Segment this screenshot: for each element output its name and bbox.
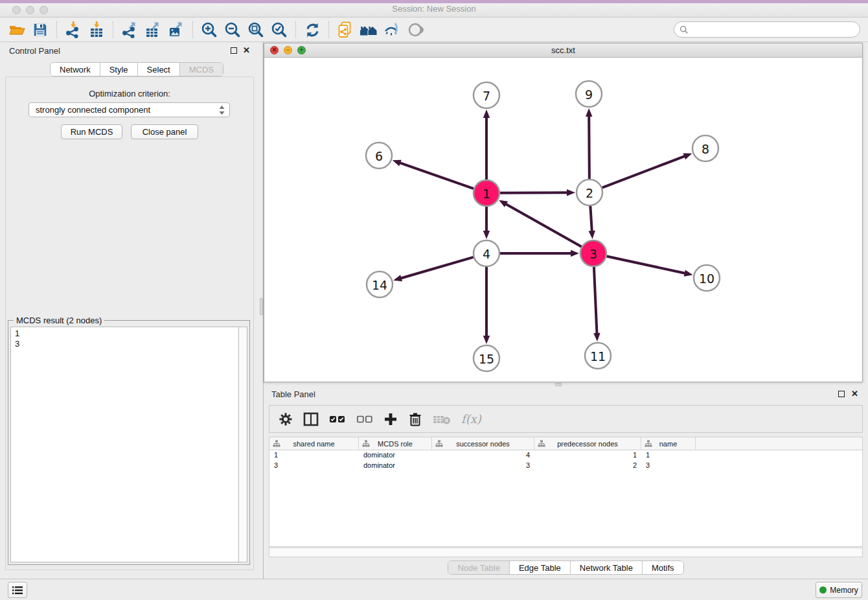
show-all-button[interactable]	[404, 20, 427, 40]
tab-network-table[interactable]: Network Table	[571, 561, 643, 574]
splitter-grip[interactable]	[555, 383, 562, 386]
table-panel-close-button[interactable]: ✕	[851, 389, 858, 398]
horizontal-splitter[interactable]	[264, 382, 868, 387]
table-panel-float-button[interactable]	[838, 391, 845, 397]
new-network-from-selection-button[interactable]	[334, 20, 357, 40]
control-panel: Control Panel ✕ NetworkStyleSelectMCDS O…	[0, 42, 259, 579]
edge-3-1[interactable]	[505, 203, 582, 246]
table-toolbar: f(x)	[269, 405, 863, 433]
column-header-successor-nodes[interactable]: successor nodes	[432, 437, 534, 450]
vertical-splitter[interactable]	[259, 42, 264, 579]
edge-4-14[interactable]	[400, 257, 474, 279]
create-column-button[interactable]	[383, 412, 398, 426]
run-mcds-button[interactable]: Run MCDS	[61, 124, 122, 139]
control-panel-close-button[interactable]: ✕	[243, 45, 250, 55]
select-all-columns-button[interactable]	[329, 414, 346, 424]
arrowhead-icon	[483, 110, 490, 118]
column-header-predecessor-nodes[interactable]: predecessor nodes	[534, 437, 641, 450]
import-network-button[interactable]	[62, 20, 85, 40]
edge-2-9[interactable]	[589, 115, 589, 179]
table-options-button[interactable]	[279, 412, 293, 426]
table-header-row: shared nameMCDS rolesuccessor nodesprede…	[269, 437, 862, 450]
zoom-selected-button[interactable]	[268, 20, 291, 40]
tab-edge-table[interactable]: Edge Table	[510, 561, 571, 574]
column-panel-icon	[303, 411, 319, 427]
tab-node-table[interactable]: Node Table	[448, 561, 510, 574]
panel-menu-button[interactable]	[8, 582, 27, 598]
column-header-shared-name[interactable]: shared name	[269, 437, 359, 450]
network-canvas[interactable]: 7968124314101511	[264, 58, 862, 382]
search-input[interactable]	[692, 25, 860, 34]
tab-mcds[interactable]: MCDS	[180, 63, 223, 76]
search-field[interactable]	[674, 21, 860, 38]
criterion-dropdown[interactable]: strongly connected component	[29, 102, 230, 117]
arrowhead-icon	[483, 336, 490, 344]
splitter-grip[interactable]	[260, 298, 263, 315]
arrowhead-icon	[571, 250, 579, 257]
tab-motifs[interactable]: Motifs	[643, 561, 683, 574]
zoom-out-icon	[224, 21, 241, 38]
graph-node-label: 15	[479, 352, 494, 366]
network-window-title: scc.txt	[264, 45, 862, 55]
import-table-icon	[88, 21, 105, 38]
destroy-table-button[interactable]	[433, 413, 451, 425]
mcds-result-scrollbar[interactable]	[238, 327, 247, 562]
zoom-out-button[interactable]	[221, 20, 244, 40]
toolbar-separator	[192, 21, 193, 38]
open-file-button[interactable]	[5, 20, 29, 40]
edge-1-6[interactable]	[399, 163, 474, 189]
mcds-result-legend: MCDS result (2 nodes)	[14, 316, 104, 325]
close-panel-button[interactable]: Close panel	[131, 124, 198, 139]
function-builder-button[interactable]: f(x)	[461, 412, 481, 426]
save-session-button[interactable]	[29, 20, 52, 40]
table-cell[interactable]: 4	[432, 450, 534, 461]
tab-select[interactable]: Select	[138, 63, 180, 76]
table-row[interactable]: 1dominator411	[269, 450, 862, 461]
first-neighbors-button[interactable]	[357, 20, 380, 40]
table-cell[interactable]: 3	[269, 461, 359, 471]
delete-columns-button[interactable]	[408, 412, 422, 426]
table-cell[interactable]: dominator	[359, 450, 432, 461]
memory-status-icon	[819, 586, 827, 594]
memory-button[interactable]: Memory	[816, 582, 862, 598]
apply-layout-button[interactable]	[301, 20, 324, 40]
table-tabs: Node TableEdge TableNetwork TableMotifs	[448, 560, 683, 575]
edge-1-2[interactable]	[500, 192, 568, 193]
table-cell[interactable]: 1	[269, 450, 359, 461]
zoom-in-button[interactable]	[198, 20, 221, 40]
edge-3-10[interactable]	[607, 256, 686, 273]
tab-network[interactable]: Network	[51, 63, 100, 76]
table-row[interactable]: 3dominator323	[269, 461, 862, 471]
table-cell[interactable]: dominator	[359, 461, 432, 471]
graph-node-label: 11	[590, 349, 606, 363]
column-header-MCDS-role[interactable]: MCDS role	[359, 437, 432, 450]
zoom-fit-button[interactable]	[244, 20, 268, 40]
table-cell[interactable]: 2	[534, 461, 641, 471]
edge-2-3[interactable]	[590, 206, 592, 232]
table-scrollbar[interactable]	[269, 548, 863, 557]
mcds-result-text[interactable]: 13	[10, 327, 238, 562]
show-column-panel-button[interactable]	[303, 411, 319, 427]
export-table-button[interactable]	[141, 20, 165, 40]
hide-selected-button[interactable]	[380, 20, 404, 40]
deselect-all-columns-button[interactable]	[356, 414, 373, 424]
export-network-button[interactable]	[118, 20, 141, 40]
tab-style[interactable]: Style	[100, 63, 138, 76]
table-cell[interactable]: 3	[432, 461, 534, 471]
control-panel-float-button[interactable]	[231, 47, 237, 54]
export-image-button[interactable]	[165, 20, 188, 40]
column-header-label: MCDS role	[378, 440, 413, 448]
edge-3-11[interactable]	[594, 267, 597, 334]
import-table-button[interactable]	[85, 20, 108, 40]
table-cell[interactable]: 3	[641, 461, 696, 471]
graph-node-label: 4	[483, 247, 490, 261]
dropdown-stepper-icon	[218, 105, 225, 115]
table-cell[interactable]: 1	[534, 450, 641, 461]
table-cell[interactable]: 1	[641, 450, 696, 461]
graph-node-label: 10	[699, 271, 714, 286]
fx-icon: f(x)	[461, 412, 481, 426]
column-header-name[interactable]: name	[641, 437, 696, 450]
edge-2-8[interactable]	[602, 156, 686, 188]
network-window-titlebar[interactable]: ✕ − + scc.txt	[264, 43, 862, 58]
graph-node-label: 6	[375, 149, 383, 163]
